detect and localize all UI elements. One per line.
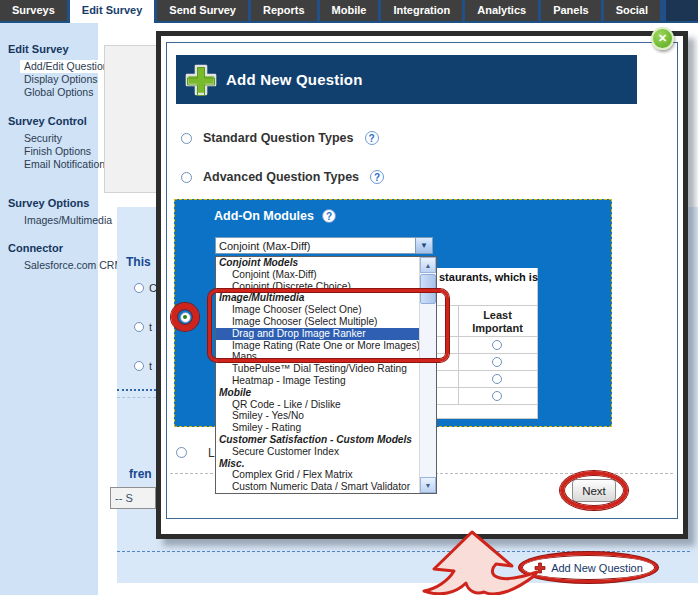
- select-value: Conjoint (Max-Diff): [216, 240, 415, 252]
- preview-table-row: [437, 354, 537, 371]
- green-plus-icon: [184, 62, 218, 98]
- question-type-label: Standard Question Types: [203, 131, 354, 145]
- partial-option-label: L: [208, 446, 215, 460]
- background-answer-options: C t t: [134, 281, 157, 398]
- preview-table-row: [437, 371, 537, 388]
- dropdown-option[interactable]: Mobile: [216, 387, 419, 399]
- add-new-question-label: Add New Question: [551, 562, 643, 574]
- radio-button[interactable]: [134, 283, 144, 293]
- sidebar-section-title: Survey Control: [0, 114, 98, 128]
- sidebar-section-title: Survey Options: [0, 196, 98, 210]
- dialog-header: Add New Question: [176, 55, 637, 104]
- sidebar-item[interactable]: Add/Edit Questions: [20, 60, 98, 73]
- radio-button[interactable]: [134, 322, 144, 332]
- preview-table-row: [437, 388, 537, 405]
- dropdown-option[interactable]: Customer Satisfaction - Custom Models: [216, 434, 419, 446]
- sidebar: Edit Survey Add/Edit QuestionsDisplay Op…: [0, 23, 98, 595]
- dropdown-option[interactable]: TubePulse™ Dial Testing/Video Rating: [216, 363, 419, 375]
- preview-table-column-divider: [458, 305, 459, 404]
- sidebar-item[interactable]: Email Notification: [0, 158, 98, 171]
- help-icon[interactable]: ?: [370, 170, 384, 184]
- background-toolbar-panel: [104, 45, 164, 193]
- dropdown-option[interactable]: QR Code - Like / Dislike: [216, 399, 419, 411]
- addon-radio-annotation-ring: [171, 303, 199, 331]
- radio-button[interactable]: [181, 133, 192, 144]
- background-question-label-fragment: fren: [129, 467, 152, 481]
- radio-button[interactable]: [181, 172, 192, 183]
- dropdown-option[interactable]: Conjoint Models: [216, 257, 419, 269]
- nav-tab[interactable]: Analytics: [465, 0, 541, 21]
- sidebar-section-title: Connector: [0, 241, 98, 255]
- sidebar-section-title: Edit Survey: [0, 42, 98, 56]
- sidebar-section-edit-survey: Edit Survey Add/Edit QuestionsDisplay Op…: [0, 42, 98, 99]
- help-icon[interactable]: ?: [365, 131, 379, 145]
- next-button-annotation-oval: [560, 471, 628, 510]
- preview-text-fragment: staurants, which is: [439, 271, 538, 283]
- dropdown-option[interactable]: Smiley - Yes/No: [216, 410, 419, 422]
- background-question-text-fragment: This: [126, 255, 151, 269]
- addon-modules-title: Add-On Modules: [214, 209, 314, 223]
- dropdown-option[interactable]: Smiley - Rating: [216, 422, 419, 434]
- dropdown-option[interactable]: Secure Customer Index: [216, 446, 419, 458]
- dropdown-option[interactable]: Complex Grid / Flex Matrix: [216, 469, 419, 481]
- radio-button[interactable]: [134, 361, 144, 371]
- preview-table: Least Important: [437, 305, 537, 405]
- sidebar-item[interactable]: Images/Multimedia: [0, 214, 98, 227]
- background-dashed-divider: [117, 389, 156, 391]
- sidebar-item[interactable]: Security: [0, 132, 98, 145]
- radio-button[interactable]: [492, 340, 502, 350]
- sidebar-section-survey-options: Survey Options Images/Multimedia: [0, 196, 98, 227]
- radio-button[interactable]: [492, 374, 502, 384]
- radio-button[interactable]: [492, 391, 502, 401]
- addon-modules-title-row: Add-On Modules ?: [214, 209, 336, 223]
- dropdown-option[interactable]: Custom Numeric Data / Smart Validator: [216, 481, 419, 493]
- image-multimedia-annotation-box: [208, 289, 449, 362]
- sidebar-item[interactable]: Global Options: [0, 86, 98, 99]
- scroll-up-icon[interactable]: ▲: [420, 257, 436, 273]
- red-callout-arrow: [420, 529, 540, 595]
- answer-option-label-fragment: t: [149, 321, 152, 333]
- standard-question-types-row: Standard Question Types ?: [181, 126, 379, 150]
- nav-tab[interactable]: Social: [604, 0, 663, 21]
- partial-option-row: L: [176, 446, 215, 459]
- preview-column-header: Least Important: [437, 306, 537, 337]
- addon-modules-select[interactable]: Conjoint (Max-Diff) ▼: [215, 237, 433, 254]
- nav-tab[interactable]: Edit Survey: [70, 0, 158, 23]
- sidebar-item[interactable]: Finish Options: [0, 145, 98, 158]
- nav-tab[interactable]: Reports: [251, 0, 320, 21]
- dropdown-option[interactable]: Conjoint (Max-Diff): [216, 269, 419, 281]
- scroll-down-icon[interactable]: ▼: [420, 477, 436, 493]
- sidebar-section-connector: Connector Salesforce.com CRM: [0, 241, 98, 272]
- dialog-title: Add New Question: [226, 71, 363, 88]
- radio-button[interactable]: [492, 357, 502, 367]
- dropdown-option[interactable]: Misc.: [216, 458, 419, 470]
- background-dashed-divider: [117, 397, 156, 398]
- top-nav: SurveysEdit SurveySend SurveyReportsMobi…: [0, 0, 698, 23]
- preview-table-row: [437, 337, 537, 354]
- chevron-down-icon[interactable]: ▼: [415, 238, 432, 253]
- addon-modules-radio[interactable]: [180, 312, 191, 323]
- sidebar-item[interactable]: Salesforce.com CRM: [0, 259, 98, 272]
- nav-tab[interactable]: Surveys: [0, 0, 70, 21]
- page: SurveysEdit SurveySend SurveyReportsMobi…: [0, 0, 698, 595]
- close-icon[interactable]: ✕: [651, 27, 674, 50]
- sidebar-section-survey-control: Survey Control SecurityFinish OptionsEma…: [0, 114, 98, 171]
- nav-tab[interactable]: Integration: [381, 0, 465, 21]
- background-answer-option: C: [134, 281, 157, 294]
- background-answer-option: t: [134, 320, 157, 333]
- nav-tab[interactable]: Mobile: [320, 0, 382, 21]
- add-question-dialog: Add New Question Standard Question Types…: [156, 31, 688, 539]
- nav-tab[interactable]: Send Survey: [157, 0, 251, 21]
- answer-option-label-fragment: t: [149, 360, 152, 372]
- background-select-fragment[interactable]: -- S: [110, 487, 156, 509]
- nav-tab[interactable]: Panels: [541, 0, 603, 21]
- radio-button[interactable]: [176, 447, 187, 458]
- background-answer-option: t: [134, 359, 157, 372]
- dropdown-option[interactable]: Heatmap - Image Testing: [216, 375, 419, 387]
- sidebar-item[interactable]: Display Options: [0, 73, 98, 86]
- advanced-question-types-row: Advanced Question Types ?: [181, 165, 384, 189]
- question-preview-panel: staurants, which is Least Important: [437, 268, 538, 419]
- help-icon[interactable]: ?: [322, 209, 336, 223]
- question-type-label: Advanced Question Types: [203, 170, 359, 184]
